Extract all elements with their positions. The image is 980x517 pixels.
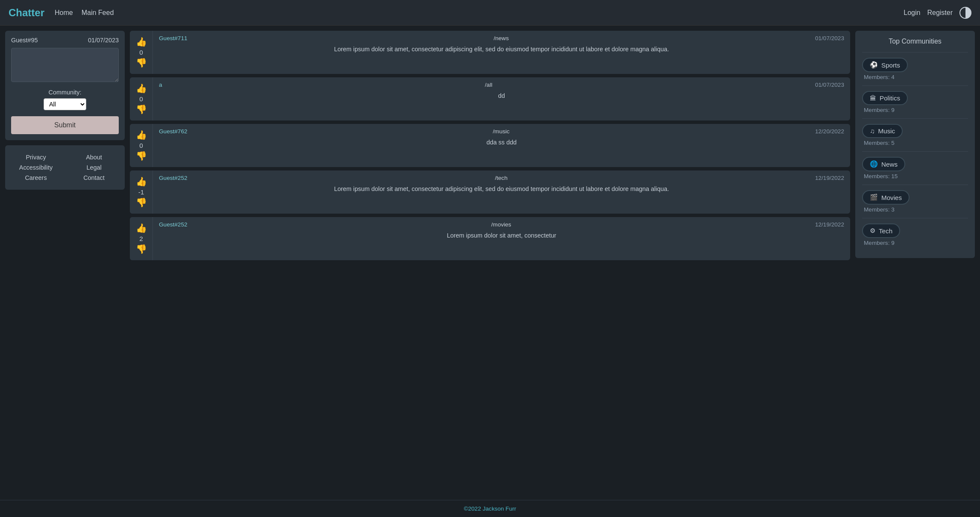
contact-link[interactable]: Contact bbox=[69, 174, 119, 181]
post-card: 👍 0 👎 Guest#711 /news 01/07/2023 Lorem i… bbox=[130, 31, 850, 74]
community-item: 🎬 Movies Members: 3 bbox=[862, 185, 968, 218]
news-icon: 🌐 bbox=[870, 160, 878, 168]
community-name: Movies bbox=[881, 194, 902, 201]
center-feed: 👍 0 👎 Guest#711 /news 01/07/2023 Lorem i… bbox=[130, 31, 850, 495]
submit-button[interactable]: Submit bbox=[11, 116, 119, 134]
post-body: dda ss ddd bbox=[159, 138, 844, 147]
community-members: Members: 15 bbox=[862, 173, 968, 179]
community-chip[interactable]: ♫ Music bbox=[862, 124, 903, 138]
post-content: Guest#252 /movies 12/19/2022 Lorem ipsum… bbox=[153, 217, 850, 260]
community-chip[interactable]: 🎬 Movies bbox=[862, 190, 910, 205]
community-name: Tech bbox=[879, 227, 892, 235]
community-chip[interactable]: ⚙ Tech bbox=[862, 223, 900, 238]
post-content: Guest#252 /tech 12/19/2022 Lorem ipsum d… bbox=[153, 170, 850, 214]
vote-column: 👍 0 👎 bbox=[130, 124, 153, 167]
post-community: /tech bbox=[495, 175, 507, 181]
post-form-header: Guest#95 01/07/2023 bbox=[11, 37, 119, 44]
post-author: Guest#762 bbox=[159, 128, 188, 135]
post-body: Lorem ipsum dolor sit amet, consectetur … bbox=[159, 185, 844, 194]
post-content: Guest#711 /news 01/07/2023 Lorem ipsum d… bbox=[153, 31, 850, 74]
upvote-button[interactable]: 👍 bbox=[134, 82, 149, 95]
post-author: a bbox=[159, 82, 162, 88]
communities-title: Top Communities bbox=[862, 38, 968, 45]
community-members: Members: 3 bbox=[862, 206, 968, 213]
post-body: Lorem ipsum dolor sit amet, consectetur bbox=[159, 231, 844, 241]
post-body: Lorem ipsum dolor sit amet, consectetur … bbox=[159, 45, 844, 54]
home-link[interactable]: Home bbox=[55, 9, 73, 17]
post-textarea[interactable] bbox=[11, 48, 119, 82]
careers-link[interactable]: Careers bbox=[11, 174, 61, 181]
community-members: Members: 9 bbox=[862, 107, 968, 113]
vote-count: -1 bbox=[138, 188, 144, 196]
downvote-button[interactable]: 👎 bbox=[134, 103, 149, 116]
post-form: Guest#95 01/07/2023 Community: All Submi… bbox=[5, 31, 125, 140]
vote-count: 0 bbox=[139, 95, 143, 103]
post-community: /news bbox=[493, 35, 509, 41]
post-meta: Guest#711 /news 01/07/2023 bbox=[159, 35, 844, 41]
vote-count: 2 bbox=[139, 235, 143, 242]
community-name: News bbox=[881, 161, 898, 168]
register-link[interactable]: Register bbox=[927, 9, 953, 17]
post-content: Guest#762 /music 12/20/2022 dda ss ddd bbox=[153, 124, 850, 167]
post-meta: Guest#252 /tech 12/19/2022 bbox=[159, 175, 844, 181]
privacy-link[interactable]: Privacy bbox=[11, 154, 61, 161]
vote-column: 👍 0 👎 bbox=[130, 77, 153, 120]
footer-copyright: ©2022 Jackson Furr bbox=[464, 505, 516, 512]
community-item: ⚽ Sports Members: 4 bbox=[862, 52, 968, 85]
right-panel: Top Communities ⚽ Sports Members: 4 🏛 Po… bbox=[855, 31, 975, 495]
post-community: /movies bbox=[491, 221, 511, 228]
post-author: Guest#252 bbox=[159, 221, 188, 228]
upvote-button[interactable]: 👍 bbox=[134, 221, 149, 235]
politics-icon: 🏛 bbox=[870, 94, 876, 102]
community-chip[interactable]: ⚽ Sports bbox=[862, 58, 908, 72]
downvote-button[interactable]: 👎 bbox=[134, 196, 149, 209]
post-community: /all bbox=[485, 82, 492, 88]
post-body: dd bbox=[159, 91, 844, 101]
post-date: 01/07/2023 bbox=[815, 35, 844, 41]
music-icon: ♫ bbox=[870, 127, 874, 135]
vote-column: 👍 -1 👎 bbox=[130, 170, 153, 214]
sports-icon: ⚽ bbox=[870, 61, 878, 69]
downvote-button[interactable]: 👎 bbox=[134, 56, 149, 70]
community-item: 🌐 News Members: 15 bbox=[862, 151, 968, 185]
post-card: 👍 2 👎 Guest#252 /movies 12/19/2022 Lorem… bbox=[130, 217, 850, 260]
community-name: Music bbox=[878, 127, 895, 135]
community-item: ⚙ Tech Members: 9 bbox=[862, 218, 968, 251]
downvote-button[interactable]: 👎 bbox=[134, 242, 149, 256]
current-user: Guest#95 bbox=[11, 37, 38, 44]
tech-icon: ⚙ bbox=[870, 227, 875, 235]
community-members: Members: 5 bbox=[862, 140, 968, 146]
post-card: 👍 -1 👎 Guest#252 /tech 12/19/2022 Lorem … bbox=[130, 170, 850, 214]
vote-column: 👍 2 👎 bbox=[130, 217, 153, 260]
post-date: 01/07/2023 bbox=[815, 82, 844, 88]
site-footer: ©2022 Jackson Furr bbox=[0, 500, 980, 517]
about-link[interactable]: About bbox=[69, 154, 119, 161]
vote-count: 0 bbox=[139, 142, 143, 149]
post-date: 12/19/2022 bbox=[815, 221, 844, 228]
upvote-button[interactable]: 👍 bbox=[134, 175, 149, 188]
post-meta: Guest#252 /movies 12/19/2022 bbox=[159, 221, 844, 228]
post-content: a /all 01/07/2023 dd bbox=[153, 77, 850, 120]
community-select[interactable]: All bbox=[44, 98, 86, 110]
theme-toggle-button[interactable] bbox=[959, 7, 971, 19]
movies-icon: 🎬 bbox=[870, 194, 878, 201]
post-card: 👍 0 👎 a /all 01/07/2023 dd bbox=[130, 77, 850, 120]
legal-link[interactable]: Legal bbox=[69, 164, 119, 171]
downvote-button[interactable]: 👎 bbox=[134, 149, 149, 163]
accessibility-link[interactable]: Accessibility bbox=[11, 164, 61, 171]
community-chip[interactable]: 🌐 News bbox=[862, 157, 905, 171]
post-card: 👍 0 👎 Guest#762 /music 12/20/2022 dda ss… bbox=[130, 124, 850, 167]
post-meta: Guest#762 /music 12/20/2022 bbox=[159, 128, 844, 135]
community-members: Members: 9 bbox=[862, 240, 968, 246]
post-community: /music bbox=[493, 128, 510, 135]
navbar: Chatter Home Main Feed Login Register bbox=[0, 0, 980, 26]
community-chip[interactable]: 🏛 Politics bbox=[862, 91, 908, 105]
main-layout: Guest#95 01/07/2023 Community: All Submi… bbox=[0, 26, 980, 500]
community-members: Members: 4 bbox=[862, 74, 968, 80]
login-link[interactable]: Login bbox=[904, 9, 920, 17]
upvote-button[interactable]: 👍 bbox=[134, 35, 149, 49]
post-author: Guest#252 bbox=[159, 175, 188, 181]
brand-logo[interactable]: Chatter bbox=[9, 7, 44, 19]
upvote-button[interactable]: 👍 bbox=[134, 128, 149, 142]
main-feed-link[interactable]: Main Feed bbox=[82, 9, 114, 17]
